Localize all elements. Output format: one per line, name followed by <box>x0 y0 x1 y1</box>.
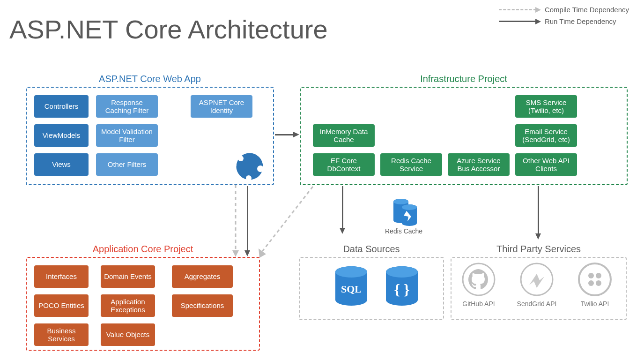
svg-point-3 <box>246 175 252 181</box>
svg-text:SQL: SQL <box>341 283 362 295</box>
box-azure-service-bus: Azure Service Bus Accessor <box>448 153 510 176</box>
twilio-icon <box>578 263 612 296</box>
arrow-webapp-to-infra <box>275 134 294 135</box>
box-sms-service: SMS Service (Twilio, etc) <box>515 95 577 118</box>
legend-runtime-label: Run Time Dependency <box>545 17 616 25</box>
diagram-title: ASP.NET Core Architecture <box>9 14 328 45</box>
arrow-webapp-to-appcore-compile <box>229 185 243 258</box>
svg-point-11 <box>393 199 408 204</box>
sendgrid-icon <box>520 263 554 296</box>
svg-point-16 <box>579 263 611 295</box>
box-value-objects: Value Objects <box>101 323 155 346</box>
cosmos-database-icon: { } <box>384 265 420 308</box>
github-api-label: GitHub API <box>457 300 500 308</box>
box-other-web-api-clients: Other Web API Clients <box>515 153 577 176</box>
arrow-infra-to-thirdparty <box>538 186 539 234</box>
box-interfaces: Interfaces <box>34 265 89 288</box>
svg-point-2 <box>257 165 264 172</box>
svg-point-13 <box>402 204 417 210</box>
sendgrid-api-label: SendGrid API <box>513 300 560 308</box>
redis-cache-icon <box>392 197 418 227</box>
svg-point-14 <box>463 263 495 295</box>
legend-compile: Compile Time Dependency <box>499 6 629 14</box>
svg-line-23 <box>262 187 313 251</box>
box-redis-cache: Redis Cache Service <box>380 153 442 176</box>
legend-compile-label: Compile Time Dependency <box>545 6 629 14</box>
svg-point-8 <box>386 266 418 278</box>
container-title-appcore: Application Core Project <box>27 244 259 255</box>
svg-point-1 <box>238 156 244 161</box>
redis-cache-label: Redis Cache <box>385 227 422 235</box>
dashed-arrow-icon <box>499 9 536 10</box>
container-appcore: Application Core Project Interfaces POCO… <box>26 257 260 351</box>
box-app-exceptions: Application Exceptions <box>101 294 155 317</box>
github-icon <box>462 263 496 296</box>
svg-point-20 <box>596 280 601 286</box>
svg-point-19 <box>588 280 594 286</box>
container-title-data-sources: Data Sources <box>300 244 443 255</box>
container-data-sources: Data Sources <box>299 257 444 320</box>
box-controllers: Controllers <box>34 95 89 118</box>
box-other-filters: Other Filters <box>96 153 158 176</box>
box-specifications: Specifications <box>172 294 233 317</box>
arrow-infra-to-datasources <box>342 186 343 228</box>
box-model-validation-filter: Model Validation Filter <box>96 124 158 147</box>
twilio-api-label: Twilio API <box>574 300 615 308</box>
svg-point-5 <box>335 266 367 278</box>
container-title-infra: Infrastructure Project <box>301 74 627 84</box>
sql-database-icon: SQL <box>333 265 369 308</box>
svg-point-18 <box>596 273 601 278</box>
box-inmemory-cache: InMemory Data Cache <box>313 124 375 147</box>
box-aggregates: Aggregates <box>172 265 233 288</box>
legend: Compile Time Dependency Run Time Depende… <box>499 6 629 29</box>
box-email-service: Email Service (SendGrid, etc) <box>515 124 577 147</box>
box-response-caching-filter: Response Caching Filter <box>96 95 158 118</box>
container-title-webapp: ASP.NET Core Web App <box>27 74 273 84</box>
svg-point-17 <box>588 273 594 278</box>
svg-marker-24 <box>259 248 266 258</box>
solid-arrow-icon <box>499 21 536 22</box>
azure-app-service-icon <box>233 150 266 183</box>
box-domain-events: Domain Events <box>101 265 155 288</box>
box-views: Views <box>34 153 89 176</box>
box-business-services: Business Services <box>34 323 89 346</box>
box-viewmodels: ViewModels <box>34 124 89 147</box>
arrow-webapp-to-appcore-runtime <box>247 186 248 251</box>
svg-marker-22 <box>232 250 239 257</box>
legend-runtime: Run Time Dependency <box>499 17 629 25</box>
container-title-third-party: Third Party Services <box>452 244 626 255</box>
box-ef-dbcontext: EF Core DbContext <box>313 153 375 176</box>
box-poco-entities: POCO Entities <box>34 294 89 317</box>
diagram-canvas: ASP.NET Core Architecture Compile Time D… <box>0 0 644 353</box>
container-infra: Infrastructure Project InMemory Data Cac… <box>300 87 628 185</box>
svg-text:{ }: { } <box>394 281 409 298</box>
arrow-infra-to-appcore-compile <box>257 186 318 261</box>
box-aspnet-core-identity: ASPNET Core Identity <box>191 95 252 118</box>
